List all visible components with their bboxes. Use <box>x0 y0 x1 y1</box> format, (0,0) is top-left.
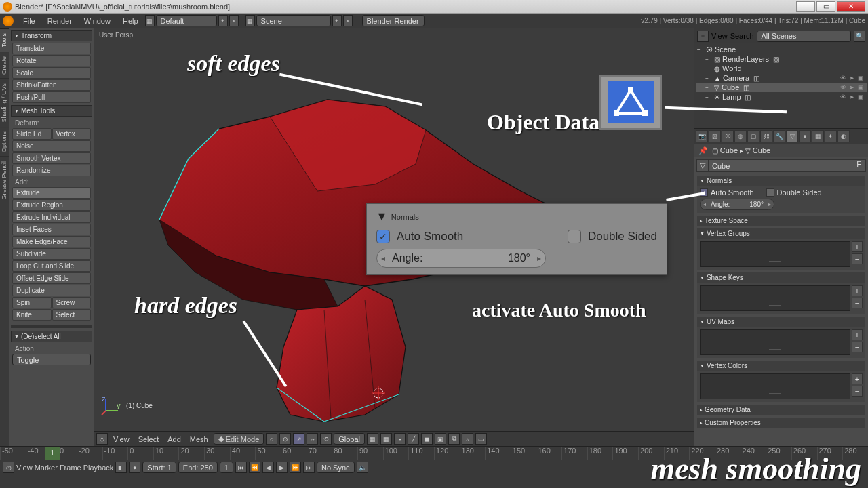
next-key-icon[interactable]: ⏩ <box>290 462 301 473</box>
timeline-cursor[interactable]: 1 <box>45 447 60 460</box>
tl-playback-menu[interactable]: Playback <box>83 464 114 472</box>
knife-button[interactable]: Knife <box>12 309 52 321</box>
tree-cube[interactable]: +▽ Cube ◫👁➤▣ <box>696 83 867 92</box>
shape-keys-list[interactable] <box>700 285 850 311</box>
timeline-editor-icon[interactable]: ◷ <box>3 462 14 473</box>
orientation-dropdown[interactable]: Global <box>334 433 365 445</box>
tree-camera[interactable]: +▲ Camera ◫👁➤▣ <box>696 73 867 83</box>
tab-tools[interactable]: Tools <box>0 28 9 52</box>
shape-keys-panel[interactable]: Shape Keys <box>697 272 865 283</box>
double-sided-checkbox[interactable] <box>766 188 774 197</box>
scene-browse-icon[interactable]: ▦ <box>245 15 255 26</box>
action-toggle-dropdown[interactable]: Toggle <box>12 354 91 365</box>
prop-tab-world[interactable]: ◍ <box>734 130 747 142</box>
uv-remove-button[interactable]: − <box>852 342 863 352</box>
custom-properties-panel[interactable]: Custom Properties <box>697 418 865 428</box>
render-preview-icon[interactable]: ▭ <box>475 433 487 445</box>
play-reverse-icon[interactable]: ◀ <box>262 462 274 473</box>
outliner-search-menu[interactable]: Search <box>730 32 754 40</box>
pin-icon[interactable]: 📌 <box>698 146 708 155</box>
prop-tab-object[interactable]: ▢ <box>747 130 760 142</box>
vc-add-button[interactable]: + <box>852 373 863 384</box>
fake-user-button[interactable]: F <box>852 159 866 172</box>
menu-window[interactable]: Window <box>79 16 116 26</box>
geometry-data-panel[interactable]: Geometry Data <box>697 405 865 415</box>
sk-add-button[interactable]: + <box>852 285 863 296</box>
select-face-icon[interactable]: ◼ <box>421 433 433 445</box>
tl-frame-menu[interactable]: Frame <box>60 464 81 472</box>
play-icon[interactable]: ▶ <box>276 462 288 473</box>
editor-type-icon[interactable]: ◇ <box>96 433 108 445</box>
scene-remove-button[interactable]: × <box>343 15 353 26</box>
layout-remove-button[interactable]: × <box>229 15 239 26</box>
make-edge-face-button[interactable]: Make Edge/Face <box>12 236 91 247</box>
outliner-filter-dropdown[interactable]: All Scenes <box>757 30 851 42</box>
push-pull-button[interactable]: Push/Pull <box>12 92 91 103</box>
menu-render[interactable]: Render <box>42 16 77 26</box>
vertex-colors-list[interactable] <box>700 373 850 399</box>
occlude-icon[interactable]: ▣ <box>435 433 446 445</box>
mode-dropdown[interactable]: ◆ Edit Mode <box>214 433 264 445</box>
prop-tab-render[interactable]: 📷 <box>696 130 708 142</box>
slide-vertex-button[interactable]: Vertex <box>52 128 92 140</box>
layers-2-icon[interactable]: ▦ <box>380 433 392 445</box>
end-frame-field[interactable]: End: 250 <box>178 462 218 473</box>
shrink-fatten-button[interactable]: Shrink/Fatten <box>12 79 91 91</box>
speaker-icon[interactable]: 🔈 <box>357 462 368 473</box>
tl-range-icon[interactable]: ◧ <box>115 462 127 473</box>
prop-tab-object-data[interactable]: ▽ <box>786 130 798 142</box>
tree-scene[interactable]: −⦿ Scene <box>696 45 867 54</box>
prop-tab-constraints[interactable]: ⛓ <box>760 130 772 142</box>
tab-grease-pencil[interactable]: Grease Pencil <box>0 157 9 204</box>
scale-button[interactable]: Scale <box>12 67 91 79</box>
tl-view-menu[interactable]: View <box>16 464 33 472</box>
prop-tab-particles[interactable]: ✦ <box>825 130 837 142</box>
knife-select-button[interactable]: Select <box>52 309 92 321</box>
vertex-colors-panel[interactable]: Vertex Colors <box>697 361 865 371</box>
spin-button[interactable]: Spin <box>12 297 52 308</box>
outliner-editor-icon[interactable]: ≡ <box>697 30 709 42</box>
snap-type-icon[interactable]: ▵ <box>462 433 473 445</box>
prop-tab-scene[interactable]: ⦿ <box>722 130 734 142</box>
prev-key-icon[interactable]: ⏪ <box>249 462 260 473</box>
extrude-button[interactable]: Extrude <box>12 187 91 199</box>
prop-tab-material[interactable]: ● <box>799 130 811 142</box>
prop-tab-modifiers[interactable]: 🔧 <box>773 130 785 142</box>
jump-end-icon[interactable]: ⏭ <box>303 462 315 473</box>
popout-auto-smooth-checkbox[interactable]: ✓ <box>376 230 390 243</box>
pivot-icon[interactable]: ⊙ <box>279 433 291 445</box>
popout-double-sided-checkbox[interactable] <box>568 230 581 243</box>
manipulator-rotate-icon[interactable]: ⟲ <box>320 433 332 445</box>
mesh-menu[interactable]: Mesh <box>186 434 212 445</box>
scene-add-button[interactable]: + <box>332 15 342 26</box>
mesh-icon[interactable]: ▽ <box>696 159 709 172</box>
select-menu[interactable]: Select <box>135 434 163 445</box>
menu-file[interactable]: File <box>18 16 41 26</box>
uv-maps-list[interactable] <box>700 329 850 355</box>
prop-tab-texture[interactable]: ▦ <box>812 130 824 142</box>
panel-mesh-tools[interactable]: Mesh Tools <box>11 105 92 117</box>
select-vert-icon[interactable]: ▪ <box>394 433 406 445</box>
view-menu[interactable]: View <box>110 434 133 445</box>
jump-start-icon[interactable]: ⏮ <box>235 462 247 473</box>
manipulator-icon[interactable]: ↗ <box>293 433 304 445</box>
add-menu[interactable]: Add <box>164 434 184 445</box>
inset-faces-button[interactable]: Inset Faces <box>12 224 91 235</box>
vg-add-button[interactable]: + <box>852 241 863 252</box>
rotate-button[interactable]: Rotate <box>12 55 91 66</box>
minimize-button[interactable]: — <box>796 1 815 12</box>
prop-tab-layers[interactable]: ▧ <box>709 130 721 142</box>
noise-button[interactable]: Noise <box>12 140 91 152</box>
tree-world[interactable]: ◍ World <box>696 64 867 73</box>
panel-deselect-all[interactable]: (De)select All <box>11 331 92 342</box>
scene-dropdown[interactable]: Scene <box>256 15 331 26</box>
layout-dropdown[interactable]: Default <box>156 15 217 26</box>
loop-cut-button[interactable]: Loop Cut and Slide <box>12 260 91 272</box>
subdivide-button[interactable]: Subdivide <box>12 248 91 260</box>
normals-panel-header[interactable]: Normals <box>697 176 865 186</box>
snap-icon[interactable]: ⧉ <box>448 433 460 445</box>
popout-angle-slider[interactable]: ◂Angle:180°▸ <box>376 249 546 268</box>
translate-button[interactable]: Translate <box>12 43 91 54</box>
extrude-region-button[interactable]: Extrude Region <box>12 199 91 211</box>
current-frame-field[interactable]: 1 <box>220 462 233 473</box>
